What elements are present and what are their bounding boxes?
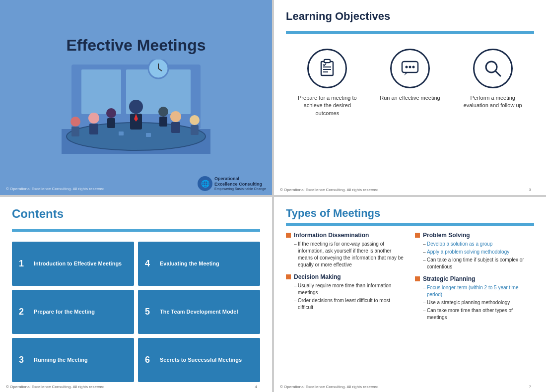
slide1-title: Effective Meetings — [67, 36, 206, 55]
content-item-5: 5 The Team Development Model — [138, 290, 260, 334]
svg-rect-11 — [89, 124, 98, 134]
slide3-divider — [12, 229, 260, 232]
svg-rect-1 — [81, 69, 121, 114]
problem-item-2: Apply a problem solving methodology — [423, 249, 534, 256]
svg-point-18 — [106, 108, 116, 118]
problem-solving-items: Develop a solution as a group Apply a pr… — [415, 241, 534, 270]
info-dissem-items: If the meeting is for one-way passing of… — [286, 241, 405, 268]
types-left-column: Information Dissemination If the meeting… — [286, 232, 405, 382]
problem-solving-bullet — [415, 233, 420, 238]
strategic-planning-section: Strategic Planning Focus longer-term (wi… — [415, 275, 534, 321]
search-icon — [473, 49, 513, 88]
strategic-planning-bullet — [415, 276, 420, 281]
chat-icon — [390, 49, 430, 88]
slide4-footer: © Operational Excellence Consulting. All… — [280, 385, 531, 389]
slide-2: Learning Objectives Prepare for a meetin… — [274, 0, 546, 195]
content-item-2: 2 Prepare for the Meeting — [12, 290, 134, 334]
objective-2-text: Run an effective meeting — [380, 94, 440, 102]
content-item-3: 3 Running the Meeting — [12, 338, 134, 382]
svg-point-33 — [409, 66, 411, 68]
slide1-footer: © Operational Excellence Consulting. All… — [6, 187, 106, 191]
types-grid: Information Dissemination If the meeting… — [286, 232, 534, 382]
objective-3: Perform a meeting evaluation and follow … — [458, 49, 528, 110]
contents-grid: 1 Introduction to Effective Meetings 4 E… — [12, 242, 260, 382]
slide2-divider — [286, 31, 534, 34]
objective-1: Prepare for a meeting to achieve the des… — [292, 49, 362, 117]
svg-point-14 — [170, 111, 181, 122]
logo-globe-icon: 🌐 — [198, 176, 212, 191]
content-item-4: 4 Evaluating the Meeting — [138, 242, 260, 286]
problem-solving-section: Problem Solving Develop a solution as a … — [415, 232, 534, 270]
svg-point-12 — [70, 117, 80, 127]
slide1-logo: 🌐 Operational Excellence Consulting Empo… — [198, 176, 266, 191]
meeting-illustration-svg — [42, 60, 230, 159]
svg-rect-23 — [146, 133, 151, 137]
content-item-1: 1 Introduction to Effective Meetings — [12, 242, 134, 286]
strategic-planning-header: Strategic Planning — [415, 275, 534, 282]
svg-line-37 — [495, 71, 500, 76]
slide4-title: Types of Meetings — [286, 207, 534, 220]
slide2-title: Learning Objectives — [286, 10, 534, 23]
decision-making-items: Usually require more time than informati… — [286, 282, 405, 311]
logo-text: Operational Excellence Consulting Empowe… — [214, 176, 266, 191]
svg-rect-27 — [324, 60, 330, 63]
info-dissem-bullet — [286, 233, 291, 238]
problem-item-3: Can take a long time if subject is compl… — [423, 257, 534, 270]
strategic-item-3: Can take more time than other types of m… — [423, 307, 534, 321]
clipboard-icon — [307, 49, 347, 88]
information-dissemination-section: Information Dissemination If the meeting… — [286, 232, 405, 268]
svg-point-8 — [129, 100, 143, 114]
info-dissem-title: Information Dissemination — [294, 232, 369, 239]
svg-rect-22 — [119, 131, 124, 135]
strategic-item-2: Use a strategic planning methodology — [423, 299, 534, 306]
svg-point-32 — [405, 66, 408, 68]
problem-item-1: Develop a solution as a group — [423, 241, 534, 248]
decision-item-2: Order decisions from least difficult to … — [294, 297, 405, 311]
svg-rect-19 — [107, 118, 115, 128]
content-item-6: 6 Secrets to Successful Meetings — [138, 338, 260, 382]
decision-making-bullet — [286, 274, 291, 279]
svg-point-20 — [158, 107, 168, 117]
svg-point-16 — [190, 115, 200, 125]
svg-rect-17 — [191, 125, 199, 135]
decision-making-header: Decision Making — [286, 273, 405, 280]
svg-rect-25 — [321, 62, 333, 75]
objective-1-text: Prepare for a meeting to achieve the des… — [292, 94, 362, 117]
objective-2: Run an effective meeting — [375, 49, 445, 102]
strategic-planning-items: Focus longer-term (within 2 to 5 year ti… — [415, 284, 534, 321]
objective-3-text: Perform a meeting evaluation and follow … — [458, 94, 528, 110]
info-dissem-item-1: If the meeting is for one-way passing of… — [294, 241, 405, 268]
info-dissem-header: Information Dissemination — [286, 232, 405, 239]
problem-solving-header: Problem Solving — [415, 232, 534, 239]
strategic-planning-title: Strategic Planning — [423, 275, 475, 282]
decision-item-1: Usually require more time than informati… — [294, 282, 405, 296]
slide-4: Types of Meetings Information Disseminat… — [274, 197, 546, 392]
svg-point-10 — [88, 113, 99, 124]
svg-rect-13 — [71, 127, 79, 136]
learning-objectives-container: Prepare for a meeting to achieve the des… — [286, 44, 534, 185]
decision-making-title: Decision Making — [294, 273, 341, 280]
problem-solving-title: Problem Solving — [423, 232, 470, 239]
slide2-footer: © Operational Excellence Consulting. All… — [280, 188, 531, 192]
decision-making-section: Decision Making Usually require more tim… — [286, 273, 405, 311]
svg-rect-15 — [171, 122, 180, 133]
slide-3: Contents 1 Introduction to Effective Mee… — [0, 197, 272, 392]
slide1-illustration — [42, 60, 230, 159]
types-right-column: Problem Solving Develop a solution as a … — [415, 232, 534, 382]
slide-1: Effective Meetings — [0, 0, 272, 195]
svg-point-34 — [412, 66, 414, 68]
slide4-divider — [286, 223, 534, 226]
slide3-title: Contents — [12, 207, 260, 221]
svg-rect-21 — [159, 117, 167, 127]
slide3-footer: © Operational Excellence Consulting. All… — [6, 385, 257, 389]
strategic-item-1: Focus longer-term (within 2 to 5 year ti… — [423, 284, 534, 298]
